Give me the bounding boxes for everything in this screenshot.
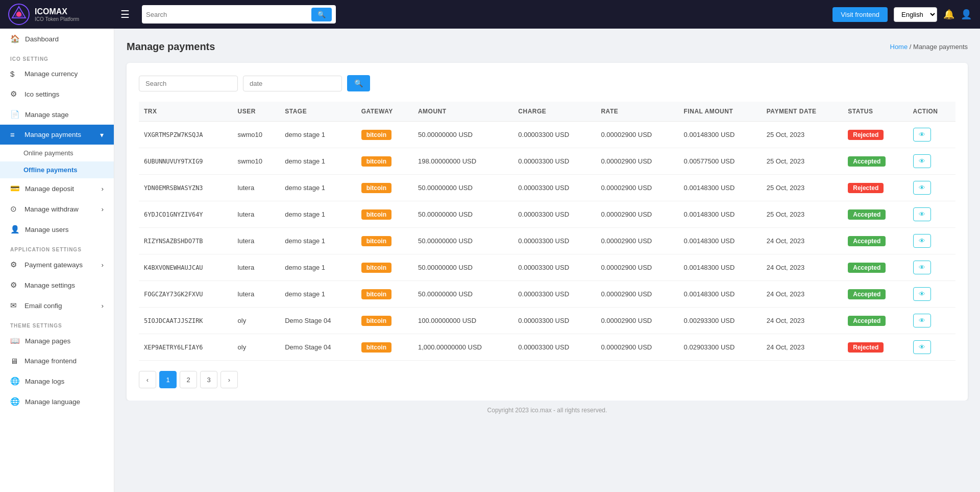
sidebar-item-manage-withdraw[interactable]: ⊙ Manage withdraw › — [0, 199, 114, 219]
chevron-right-icon2: › — [102, 205, 104, 213]
cell-amount: 50.00000000 USD — [413, 122, 513, 148]
view-button[interactable]: 👁 — [913, 287, 931, 301]
cell-status: Rejected — [843, 122, 908, 148]
view-button[interactable]: 👁 — [913, 234, 931, 248]
sidebar-item-manage-pages[interactable]: 📖 Manage pages — [0, 331, 114, 351]
filter-search-input[interactable] — [139, 76, 238, 91]
sidebar-item-dashboard[interactable]: 🏠 Dashboard — [0, 29, 114, 49]
sidebar-sub-online-payments[interactable]: Online payments — [0, 145, 114, 161]
ico-setting-label: ICO SETTING — [0, 49, 114, 64]
notification-icon[interactable]: 🔔 — [943, 9, 954, 20]
view-button[interactable]: 👁 — [913, 154, 931, 168]
cell-status: Rejected — [843, 175, 908, 201]
main-content: Manage payments Home / Manage payments 🔍… — [114, 29, 980, 492]
cell-status: Accepted — [843, 228, 908, 254]
table-header-row: TRX USER STAGE GATEWAY AMOUNT CHARGE RAT… — [139, 102, 955, 122]
pagination-page-2[interactable]: 2 — [180, 371, 197, 388]
th-trx: TRX — [139, 102, 233, 122]
view-button[interactable]: 👁 — [913, 181, 931, 195]
top-search-bar: 🔍 — [142, 5, 336, 24]
cell-gateway: bitcoin — [356, 281, 413, 308]
sidebar-item-manage-deposit[interactable]: 💳 Manage deposit › — [0, 178, 114, 199]
view-button[interactable]: 👁 — [913, 207, 931, 221]
table-row: 5IOJDCAATJJSZIRK oly Demo Stage 04 bitco… — [139, 308, 955, 334]
pagination-prev[interactable]: ‹ — [139, 371, 156, 388]
view-button[interactable]: 👁 — [913, 261, 931, 274]
top-search-button[interactable]: 🔍 — [311, 8, 332, 21]
cell-final-amount: 0.00293300 USD — [679, 308, 762, 334]
sidebar-item-ico-settings[interactable]: ⚙ Ico settings — [0, 84, 114, 104]
cell-final-amount: 0.00148300 USD — [679, 201, 762, 228]
cell-status: Accepted — [843, 281, 908, 308]
cell-trx: YDN0EMRSBWASYZN3 — [139, 175, 233, 201]
view-button[interactable]: 👁 — [913, 314, 931, 327]
th-amount: AMOUNT — [413, 102, 513, 122]
th-action: ACTION — [908, 102, 955, 122]
sidebar-item-manage-language[interactable]: 🌐 Manage language — [0, 391, 114, 412]
sidebar-item-label: Manage stage — [25, 111, 69, 119]
table-row: 6UBUNNUVUY9TXIG9 swmo10 demo stage 1 bit… — [139, 148, 955, 175]
sidebar-item-label: Manage deposit — [25, 185, 74, 193]
sidebar-item-payment-gateways[interactable]: ⚙ Payment gateways › — [0, 254, 114, 275]
logo-icon — [8, 4, 30, 25]
pagination-page-3[interactable]: 3 — [200, 371, 217, 388]
sidebar-item-label: Dashboard — [25, 35, 59, 43]
view-button[interactable]: 👁 — [913, 128, 931, 142]
table-row: RIZYNSAZBSHDO7TB lutera demo stage 1 bit… — [139, 228, 955, 254]
th-status: STATUS — [843, 102, 908, 122]
sidebar-item-manage-currency[interactable]: $ Manage currency — [0, 64, 114, 84]
sidebar-item-manage-logs[interactable]: 🌐 Manage logs — [0, 371, 114, 391]
sidebar-item-manage-payments[interactable]: ≡ Manage payments ▾ — [0, 125, 114, 145]
breadcrumb: Home / Manage payments — [890, 43, 968, 51]
user-icon[interactable]: 👤 — [961, 9, 972, 20]
sidebar-sub-offline-payments[interactable]: Offline payments — [0, 161, 114, 178]
sidebar-item-manage-users[interactable]: 👤 Manage users — [0, 219, 114, 240]
view-button[interactable]: 👁 — [913, 340, 931, 354]
logo-text: ICOMAX ICO Token Platform — [35, 7, 79, 22]
stage-icon: 📄 — [10, 110, 20, 119]
filter-search-button[interactable]: 🔍 — [347, 75, 370, 91]
sidebar-payments-left: ≡ Manage payments — [10, 130, 81, 139]
sidebar-item-label: Email config — [24, 302, 62, 310]
cell-action: 👁 — [908, 175, 955, 201]
cell-amount: 100.00000000 USD — [413, 308, 513, 334]
cell-trx: 6YDJCO1GNYZIV64Y — [139, 201, 233, 228]
frontend-icon: 🖥 — [10, 357, 19, 365]
sidebar-item-manage-settings[interactable]: ⚙ Manage settings — [0, 275, 114, 295]
cell-user: oly — [233, 308, 280, 334]
sidebar-item-label: Payment gateways — [24, 261, 83, 269]
sidebar-withdraw-left: ⊙ Manage withdraw — [10, 204, 79, 214]
cell-action: 👁 — [908, 254, 955, 281]
app-settings-label: APPLICATION SETTINGS — [0, 240, 114, 254]
sidebar: 🏠 Dashboard ICO SETTING $ Manage currenc… — [0, 29, 114, 492]
sidebar-gateways-left: ⚙ Payment gateways — [10, 260, 83, 269]
sidebar-item-email-config[interactable]: ✉ Email config › — [0, 295, 114, 316]
cell-rate: 0.00002900 USD — [596, 148, 678, 175]
pagination-next[interactable]: › — [220, 371, 238, 388]
th-payment-date: PAYMENT DATE — [762, 102, 843, 122]
hamburger-icon[interactable]: ☰ — [120, 8, 130, 20]
filter-date-input[interactable] — [243, 76, 342, 91]
cell-gateway: bitcoin — [356, 254, 413, 281]
breadcrumb-current: Manage payments — [913, 43, 968, 51]
cell-user: swmo10 — [233, 148, 280, 175]
pagination-page-1[interactable]: 1 — [159, 371, 177, 388]
cell-stage: demo stage 1 — [280, 148, 356, 175]
th-user: USER — [233, 102, 280, 122]
cell-stage: demo stage 1 — [280, 254, 356, 281]
table-body: VXGRTMSPZW7KSQJA swmo10 demo stage 1 bit… — [139, 122, 955, 361]
footer-text: Copyright 2023 ico.max - all rights rese… — [487, 407, 607, 414]
cell-action: 👁 — [908, 201, 955, 228]
language-select[interactable]: English — [894, 7, 937, 22]
top-search-input[interactable] — [146, 11, 311, 18]
sidebar-item-manage-frontend[interactable]: 🖥 Manage frontend — [0, 351, 114, 371]
cell-stage: demo stage 1 — [280, 281, 356, 308]
cell-amount: 1,000.00000000 USD — [413, 334, 513, 361]
visit-frontend-button[interactable]: Visit frontend — [832, 7, 888, 22]
cell-charge: 0.00003300 USD — [513, 201, 596, 228]
breadcrumb-home[interactable]: Home — [890, 43, 908, 51]
chevron-down-icon: ▾ — [100, 131, 104, 139]
cell-stage: demo stage 1 — [280, 201, 356, 228]
cell-status: Accepted — [843, 201, 908, 228]
sidebar-item-manage-stage[interactable]: 📄 Manage stage — [0, 104, 114, 125]
